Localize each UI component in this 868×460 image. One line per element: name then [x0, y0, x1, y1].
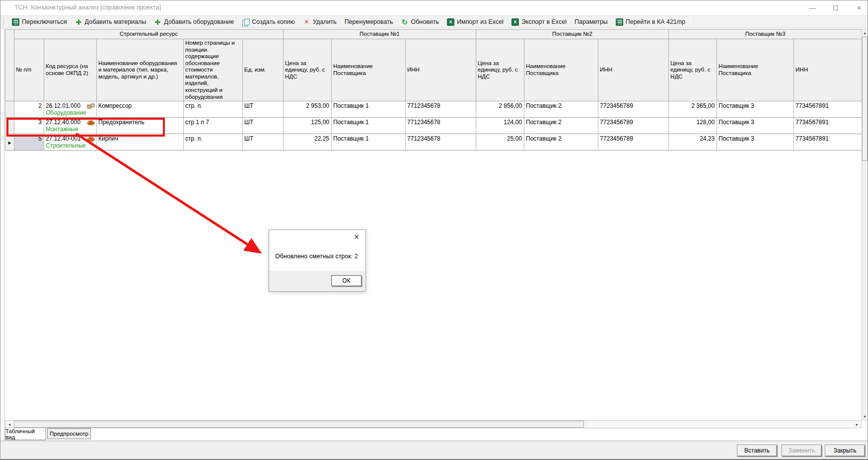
- scroll-left-icon[interactable]: ◄: [5, 421, 13, 428]
- tab-table-view[interactable]: Табличный вид: [5, 428, 46, 440]
- col-header-price-2: Цена за единицу, руб. с НДС: [476, 39, 524, 101]
- cell-page[interactable]: стр. п.: [184, 101, 243, 118]
- cell-page[interactable]: стр. п.: [184, 134, 243, 151]
- cell-s3-inn[interactable]: 7734567891: [794, 101, 862, 118]
- col-header-inn-1: ИНН: [406, 39, 476, 101]
- dialog-close-icon[interactable]: ✕: [354, 233, 360, 241]
- cell-s2-name[interactable]: Поставщик 2: [524, 118, 598, 134]
- toolbar-delete-button[interactable]: Удалить: [299, 16, 341, 27]
- footer-panel: Вставить Заменить Закрыть: [0, 441, 868, 460]
- delete-x-icon: [303, 18, 310, 26]
- col-header-supplier-name-1: Наименование Поставщика: [332, 39, 406, 101]
- excel-icon: [447, 18, 454, 26]
- toolbar-renumber-button[interactable]: Перенумеровать: [341, 16, 397, 27]
- cell-s1-inn[interactable]: 7712345678: [406, 118, 476, 134]
- cell-s3-inn[interactable]: 7734567891: [794, 134, 862, 151]
- col-header-num: № п/п: [14, 39, 44, 101]
- cell-s2-inn[interactable]: 7723456789: [598, 101, 669, 118]
- cell-s1-price[interactable]: 22,25: [284, 134, 332, 151]
- plus-icon: [154, 18, 161, 26]
- close-dialog-button[interactable]: Закрыть: [825, 445, 865, 457]
- table-row[interactable]: 2 26.12.01.000 Оборудование Компрессор с…: [5, 101, 862, 118]
- cell-code[interactable]: 26.12.01.000 Оборудование: [44, 101, 97, 118]
- category-label: Оборудование: [46, 109, 95, 116]
- cell-s3-name[interactable]: Поставщик 3: [717, 134, 794, 151]
- cell-s1-name[interactable]: Поставщик 1: [332, 101, 406, 118]
- cell-s2-inn[interactable]: 7723456789: [598, 118, 669, 134]
- cell-s1-inn[interactable]: 7712345678: [406, 101, 476, 118]
- toolbar-export-excel-button[interactable]: Экспорт в Excel: [507, 16, 571, 27]
- cell-s2-price[interactable]: 2 856,00: [476, 101, 524, 118]
- toolbar-add-equipment-button[interactable]: Добавить оборудование: [150, 16, 238, 27]
- cell-s3-inn[interactable]: 7734567891: [794, 118, 862, 134]
- scroll-up-icon[interactable]: ▲: [862, 30, 868, 36]
- cell-unit[interactable]: ШТ: [243, 134, 284, 151]
- ok-button[interactable]: ОК: [331, 275, 362, 286]
- cell-s3-price[interactable]: 2 365,00: [669, 101, 717, 118]
- group-header-resource: Строительный ресурс: [14, 30, 284, 39]
- cell-unit[interactable]: ШТ: [243, 101, 284, 118]
- cell-s2-price[interactable]: 124,00: [476, 118, 524, 134]
- cell-s3-name[interactable]: Поставщик 3: [717, 101, 794, 118]
- cell-unit[interactable]: ШТ: [243, 118, 284, 134]
- vertical-scrollbar-thumb[interactable]: [862, 37, 868, 161]
- copy-icon: [242, 18, 249, 26]
- horizontal-scrollbar-thumb[interactable]: [14, 421, 584, 428]
- cell-s1-name[interactable]: Поставщик 1: [332, 118, 406, 134]
- cell-s1-name[interactable]: Поставщик 1: [332, 134, 406, 151]
- tab-preview[interactable]: Предпросмотр: [47, 428, 91, 439]
- toolbar-create-copy-button[interactable]: Создать копию: [238, 16, 299, 27]
- cell-s1-price[interactable]: 125,00: [284, 118, 332, 134]
- cell-s3-price[interactable]: 24,23: [669, 134, 717, 151]
- row-indicator-cell: [5, 101, 14, 118]
- col-header-page: Номер страницы и позиции. содержащие обо…: [184, 39, 243, 101]
- window-title: ТСН: Конъюнктурный анализ [справочник пр…: [14, 4, 161, 11]
- col-header-inn-3: ИНН: [794, 39, 862, 101]
- col-header-supplier-name-3: Наименование Поставщика: [717, 39, 794, 101]
- cell-s3-price[interactable]: 128,00: [669, 118, 717, 134]
- cell-num[interactable]: 2: [14, 101, 44, 118]
- cell-s1-inn[interactable]: 7712345678: [406, 134, 476, 151]
- maximize-button[interactable]: [832, 4, 839, 11]
- refresh-icon: [401, 18, 408, 26]
- cell-s2-name[interactable]: Поставщик 2: [524, 134, 598, 151]
- toolbar-parameters-button[interactable]: Параметры: [571, 16, 612, 27]
- cell-s2-name[interactable]: Поставщик 2: [524, 101, 598, 118]
- horizontal-scrollbar[interactable]: ◄ ►: [5, 420, 862, 428]
- toolbar-separator: [690, 17, 691, 27]
- replace-button: Заменить: [782, 445, 822, 457]
- col-header-price-1: Цена за единицу, руб. с НДС: [284, 39, 332, 101]
- ka-grid-icon: [616, 18, 623, 26]
- maximize-icon: [833, 5, 838, 10]
- ka-grid-icon: [12, 18, 19, 26]
- toolbar-import-excel-button[interactable]: Импорт из Excel: [443, 16, 507, 27]
- message-dialog: ✕ Обновлено сметных строк: 2 ОК: [269, 230, 366, 292]
- boxes-icon: [87, 103, 95, 109]
- cell-s3-name[interactable]: Поставщик 3: [717, 118, 794, 134]
- col-header-unit: Ед. изм.: [243, 39, 284, 101]
- col-header-supplier-name-2: Наименование Поставщика: [524, 39, 598, 101]
- vertical-scrollbar[interactable]: ▲ ▼: [862, 29, 868, 420]
- cell-s2-price[interactable]: 25,00: [476, 134, 524, 151]
- cell-name[interactable]: Компрессор: [97, 101, 184, 118]
- cell-page[interactable]: стр 1 п 7: [184, 118, 243, 134]
- toolbar-switch-button[interactable]: Переключиться: [8, 16, 71, 27]
- group-header-supplier1: Поставщик №1: [284, 30, 476, 39]
- close-button[interactable]: ✕: [856, 4, 863, 11]
- col-header-price-3: Цена за единицу, руб. с НДС: [669, 39, 717, 101]
- content-left-edge: [4, 28, 4, 441]
- toolbar-refresh-button[interactable]: Обновить: [397, 16, 443, 27]
- scroll-down-icon[interactable]: ▼: [862, 413, 868, 420]
- title-bar: ТСН: Конъюнктурный анализ [справочник пр…: [0, 0, 868, 15]
- toolbar-add-materials-button[interactable]: Добавить материалы: [71, 16, 150, 27]
- cell-s1-price[interactable]: 2 953,00: [284, 101, 332, 118]
- minimize-button[interactable]: —: [809, 4, 816, 11]
- plus-icon: [75, 18, 82, 26]
- insert-button[interactable]: Вставить: [737, 445, 777, 457]
- cell-s2-inn[interactable]: 7723456789: [598, 134, 669, 151]
- dialog-button-strip: ОК: [269, 271, 365, 291]
- toolbar-goto-ka-button[interactable]: Перейти в КА 421/пр: [612, 16, 689, 27]
- group-header-supplier3: Поставщик №3: [669, 30, 862, 39]
- col-header-code: Код ресурса (на основе ОКПД 2): [44, 39, 97, 101]
- scroll-right-icon[interactable]: ►: [853, 421, 861, 428]
